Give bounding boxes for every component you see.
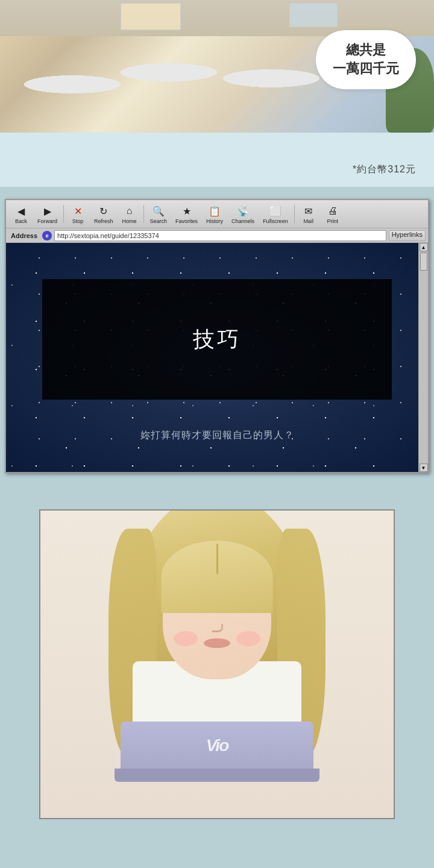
- browser-scrollbar[interactable]: ▲ ▼: [418, 243, 428, 472]
- refresh-button[interactable]: ↻ Refresh: [90, 203, 117, 225]
- girl-illustration: Vio: [40, 511, 394, 818]
- content-black-box: 技巧: [42, 279, 392, 400]
- fullscreen-label: Fullscreen: [263, 218, 288, 224]
- laptop-logo: Vio: [206, 736, 228, 755]
- browser-window: ◀ Back ▶ Forward ✕ Stop ↻ Refresh ⌂ Home: [5, 199, 429, 473]
- laptop-base: [115, 769, 319, 782]
- browser-content: 技巧 妳打算何時才要回報自己的男人？ ▲ ▼: [6, 243, 428, 472]
- search-label: Search: [150, 218, 168, 224]
- print-icon: 🖨: [326, 204, 340, 218]
- girl-laptop: Vio: [121, 722, 313, 770]
- address-bar: Address e Hyperlinks: [6, 228, 428, 243]
- print-button[interactable]: 🖨 Print: [321, 203, 344, 225]
- address-label: Address: [8, 232, 40, 239]
- note-text: *約台幣312元: [353, 163, 416, 176]
- home-button[interactable]: ⌂ Home: [118, 203, 141, 225]
- toolbar-divider-2: [143, 205, 144, 223]
- back-icon: ◀: [14, 204, 28, 218]
- scroll-thumb[interactable]: [420, 253, 427, 271]
- favorites-label: Favorites: [175, 218, 198, 224]
- channels-icon: 📡: [236, 204, 250, 218]
- panel-browser: ◀ Back ▶ Forward ✕ Stop ↻ Refresh ⌂ Home: [0, 199, 434, 473]
- mail-button[interactable]: ✉ Mail: [297, 203, 320, 225]
- browser-toolbar: ◀ Back ▶ Forward ✕ Stop ↻ Refresh ⌂ Home: [6, 200, 428, 228]
- stop-icon: ✕: [71, 204, 85, 218]
- toolbar-divider-1: [63, 205, 64, 223]
- history-icon: 📋: [207, 204, 222, 218]
- girl-hair-front: [162, 541, 273, 613]
- refresh-icon: ↻: [96, 204, 111, 218]
- history-label: History: [206, 218, 223, 224]
- girl-lips: [204, 638, 230, 648]
- print-label: Print: [327, 218, 338, 224]
- forward-label: Forward: [37, 218, 57, 224]
- mail-icon: ✉: [301, 204, 316, 218]
- forward-button[interactable]: ▶ Forward: [34, 203, 61, 225]
- history-button[interactable]: 📋 History: [203, 203, 227, 225]
- window-1: [121, 3, 181, 30]
- back-button[interactable]: ◀ Back: [10, 203, 33, 225]
- stop-label: Stop: [72, 218, 84, 224]
- home-label: Home: [122, 218, 137, 224]
- home-icon: ⌂: [122, 204, 137, 218]
- favorites-icon: ★: [180, 204, 194, 218]
- back-label: Back: [15, 218, 27, 224]
- girl-nose: [212, 624, 223, 632]
- spacer-1: [0, 187, 434, 199]
- search-icon: 🔍: [151, 204, 166, 218]
- stop-button[interactable]: ✕ Stop: [66, 203, 89, 225]
- forward-icon: ▶: [40, 204, 55, 218]
- fullscreen-icon: ⬜: [268, 204, 283, 218]
- ie-icon: e: [42, 231, 52, 241]
- scroll-down-arrow[interactable]: ▼: [420, 464, 428, 472]
- fullscreen-button[interactable]: ⬜ Fullscreen: [259, 203, 292, 225]
- girl-frame: Vio: [39, 509, 395, 819]
- favorites-button[interactable]: ★ Favorites: [172, 203, 201, 225]
- refresh-label: Refresh: [94, 218, 113, 224]
- speech-bubble-text: 總共是 一萬四千元: [333, 42, 399, 76]
- content-title: 技巧: [193, 325, 241, 354]
- panel-girl: Vio: [0, 491, 434, 819]
- spacer-2: [0, 473, 434, 491]
- channels-button[interactable]: 📡 Channels: [228, 203, 258, 225]
- window-2: [289, 3, 338, 27]
- channels-label: Channels: [231, 218, 254, 224]
- url-input[interactable]: [54, 230, 386, 241]
- speech-bubble: 總共是 一萬四千元: [316, 30, 416, 89]
- panel-restaurant: 總共是 一萬四千元 *約台幣312元: [0, 0, 434, 187]
- content-subtitle: 妳打算何時才要回報自己的男人？: [6, 429, 428, 442]
- hyperlinks-button[interactable]: Hyperlinks: [389, 230, 426, 241]
- note-content: *約台幣312元: [353, 164, 416, 174]
- toolbar-divider-3: [294, 205, 295, 223]
- scroll-up-arrow[interactable]: ▲: [420, 243, 428, 251]
- mail-label: Mail: [303, 218, 313, 224]
- hair-part: [216, 544, 218, 574]
- search-button[interactable]: 🔍 Search: [146, 203, 171, 225]
